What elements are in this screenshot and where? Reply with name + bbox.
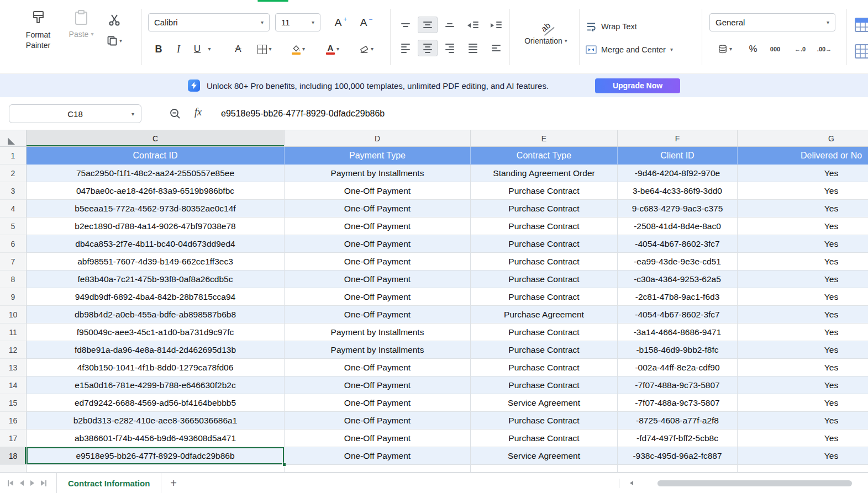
cell-G3[interactable]: Yes	[738, 182, 868, 200]
cell-D[interactable]	[285, 465, 471, 473]
row-number-10[interactable]: 10	[0, 306, 27, 324]
first-sheet-button[interactable]	[8, 480, 13, 486]
cell-E14[interactable]: Purchase Contract	[471, 377, 618, 394]
cell-F14[interactable]: -7f07-488a-9c73-5807	[618, 377, 738, 394]
font-name-select[interactable]: Calibri ▾	[148, 13, 270, 31]
cell-G[interactable]	[738, 465, 868, 473]
merge-and-center-button[interactable]: Merge and Center ▾	[586, 45, 673, 54]
underline-dropdown[interactable]: ▾	[206, 41, 213, 57]
fill-handle[interactable]	[282, 463, 286, 467]
column-header-C[interactable]: C	[27, 130, 285, 147]
paste-button[interactable]: Paste▾	[65, 9, 97, 39]
cell-C4[interactable]: b5eeaa15-772a-4562-973d-80352ae0c14f	[27, 200, 285, 218]
prev-sheet-button[interactable]	[20, 480, 24, 486]
cell-F1[interactable]: Client ID	[618, 147, 738, 165]
cell-D4[interactable]: One-Off Payment	[285, 200, 471, 218]
text-direction-button[interactable]	[486, 40, 506, 56]
upgrade-now-button[interactable]: Upgrade Now	[595, 78, 680, 93]
cell-C17[interactable]: ab386601-f74b-4456-b9d6-493608d5a471	[27, 430, 285, 447]
cell-E16[interactable]: Purchase Contract	[471, 412, 618, 430]
cell-C1[interactable]: Contract ID	[27, 147, 285, 165]
cell-E11[interactable]: Purchase Contract	[471, 324, 618, 341]
row-number-6[interactable]: 6	[0, 235, 27, 253]
cell-D16[interactable]: One-Off Payment	[285, 412, 471, 430]
cell-E12[interactable]: Purchase Contract	[471, 341, 618, 359]
increase-indent-button[interactable]	[486, 17, 506, 33]
cell-C8[interactable]: fe83b40a-7c21-475b-93f8-0af8a26cdb5c	[27, 271, 285, 288]
cell-C12[interactable]: fd8be91a-da96-4e8a-814d-2d462695d13b	[27, 341, 285, 359]
cell-D5[interactable]: One-Off Payment	[285, 218, 471, 235]
orientation-button[interactable]: ab Orientation▾	[514, 12, 578, 45]
borders-button[interactable]: ▾	[252, 41, 277, 57]
cell-C9[interactable]: 949db9df-6892-4ba4-842b-28b7815cca94	[27, 288, 285, 306]
cell-E5[interactable]: Purchase Contract	[471, 218, 618, 235]
cell-F18[interactable]: -938c-495d-96a2-fc887	[618, 447, 738, 465]
cell-F4[interactable]: 9-c683-4279-9ac3-c375	[618, 200, 738, 218]
cell-C2[interactable]: 75ac2950-f1f1-48c2-aa24-2550557e85ee	[27, 165, 285, 182]
row-number-12[interactable]: 12	[0, 341, 27, 359]
row-number-18[interactable]: 18	[0, 447, 27, 465]
align-center-button[interactable]	[418, 40, 438, 56]
decrease-indent-button[interactable]	[463, 17, 483, 33]
cell-E18[interactable]: Service Agreement	[471, 447, 618, 465]
format-as-table-button[interactable]	[854, 43, 868, 62]
cell-F7[interactable]: -ea99-43de-9e3e-cd51	[618, 253, 738, 271]
cell-F9[interactable]: -2c81-47b8-9ac1-f6d3	[618, 288, 738, 306]
cell-F3[interactable]: 3-be64-4c33-86f9-3dd0	[618, 182, 738, 200]
column-header-G[interactable]: G	[738, 130, 868, 147]
font-size-select[interactable]: 11 ▾	[275, 13, 320, 31]
align-middle-button[interactable]	[418, 17, 438, 33]
increase-decimal-button[interactable]: ←.0	[789, 41, 811, 57]
align-left-button[interactable]	[396, 40, 415, 56]
cell-G11[interactable]: Yes	[738, 324, 868, 341]
cell-G16[interactable]: Yes	[738, 412, 868, 430]
cell-G18[interactable]: Yes	[738, 447, 868, 465]
row-number-1[interactable]: 1	[0, 147, 27, 165]
column-header-F[interactable]: F	[618, 130, 738, 147]
cell-C5[interactable]: b2ec1890-d788-4a14-9026-47bf97038e78	[27, 218, 285, 235]
cell-F8[interactable]: -c30a-4364-9253-62a5	[618, 271, 738, 288]
percent-style-button[interactable]: %	[745, 41, 761, 57]
cell-G7[interactable]: Yes	[738, 253, 868, 271]
row-number-9[interactable]: 9	[0, 288, 27, 306]
add-sheet-button[interactable]: +	[170, 478, 177, 489]
cell-D1[interactable]: Payment Type	[285, 147, 471, 165]
row-number-11[interactable]: 11	[0, 324, 27, 341]
cell-D7[interactable]: One-Off Payment	[285, 253, 471, 271]
select-all-corner[interactable]	[0, 130, 27, 147]
cell-D6[interactable]: One-Off Payment	[285, 235, 471, 253]
column-header-E[interactable]: E	[471, 130, 618, 147]
cell-F11[interactable]: -3a14-4664-8686-9471	[618, 324, 738, 341]
cell-G2[interactable]: Yes	[738, 165, 868, 182]
cell-D2[interactable]: Payment by Installments	[285, 165, 471, 182]
cell-G8[interactable]: Yes	[738, 271, 868, 288]
number-format-select[interactable]: General ▾	[709, 13, 835, 31]
cell-D15[interactable]: One-Off Payment	[285, 394, 471, 412]
cell-F2[interactable]: -9d46-4204-8f92-970e	[618, 165, 738, 182]
cell-F10[interactable]: -4054-4b67-8602-3fc7	[618, 306, 738, 324]
cut-icon[interactable]	[108, 13, 121, 26]
cell-D9[interactable]: One-Off Payment	[285, 288, 471, 306]
row-number-8[interactable]: 8	[0, 271, 27, 288]
increase-font-size-button[interactable]: A+	[330, 14, 351, 31]
fx-icon[interactable]: fx	[194, 107, 202, 118]
cell-C6[interactable]: db4ca853-2f7e-4b11-bc40-04d673dd9ed4	[27, 235, 285, 253]
bold-button[interactable]: B	[149, 41, 168, 57]
row-number-7[interactable]: 7	[0, 253, 27, 271]
cell-C13[interactable]: 4f30b150-1041-4f1b-8dd0-1279ca78fd06	[27, 359, 285, 377]
cell-C18[interactable]: e9518e95-bb26-477f-8929-0dfadc29b86b	[27, 447, 285, 465]
align-right-button[interactable]	[440, 40, 460, 56]
cell-G9[interactable]: Yes	[738, 288, 868, 306]
cell-F5[interactable]: -2508-41d4-8d4e-8ac0	[618, 218, 738, 235]
decrease-decimal-button[interactable]: .00→	[813, 41, 835, 57]
align-bottom-button[interactable]	[440, 17, 460, 33]
cell-C15[interactable]: ed7d9242-6688-4569-ad56-bf4164bebbb5	[27, 394, 285, 412]
cell-C7[interactable]: abf98551-7607-4d39-b149-662ce1ff3ec3	[27, 253, 285, 271]
cell-E1[interactable]: Contract Type	[471, 147, 618, 165]
cell-C14[interactable]: e15a0d16-781e-4299-b788-e646630f2b2c	[27, 377, 285, 394]
row-number-2[interactable]: 2	[0, 165, 27, 182]
zoom-icon[interactable]	[169, 108, 181, 120]
horizontal-scrollbar-thumb[interactable]	[657, 480, 852, 486]
cell-G14[interactable]: Yes	[738, 377, 868, 394]
cell-C10[interactable]: db98b4d2-a0eb-455a-bdfe-ab898587b6b8	[27, 306, 285, 324]
